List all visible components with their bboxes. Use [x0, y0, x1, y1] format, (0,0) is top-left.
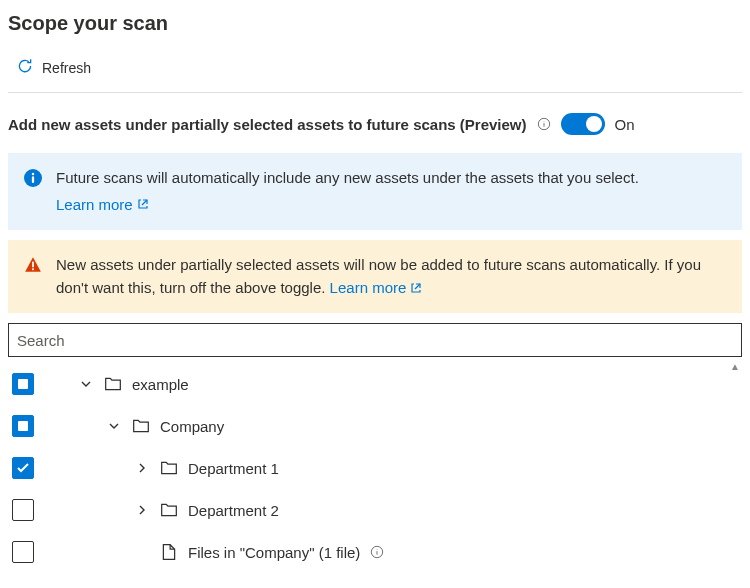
file-icon [160, 543, 178, 561]
scroll-up-arrow[interactable]: ▲ [730, 361, 740, 372]
chevron-down-icon[interactable] [106, 418, 122, 434]
svg-rect-6 [32, 268, 34, 270]
toggle-label: Add new assets under partially selected … [8, 116, 527, 133]
chevron-right-icon[interactable] [134, 460, 150, 476]
warning-banner: New assets under partially selected asse… [8, 240, 742, 313]
tree-row[interactable]: Department 2 [8, 489, 742, 531]
external-link-icon [137, 198, 149, 210]
folder-icon [160, 501, 178, 519]
chevron-right-icon[interactable] [134, 502, 150, 518]
info-icon [24, 169, 42, 190]
tree-row[interactable]: Files in "Company" (1 file) [8, 531, 742, 573]
info-banner: Future scans will automatically include … [8, 153, 742, 230]
external-link-icon [410, 282, 422, 294]
checkbox[interactable] [12, 373, 34, 395]
toggle-state: On [615, 116, 635, 133]
tree-node-label: Department 2 [188, 502, 279, 519]
svg-point-1 [543, 121, 544, 122]
folder-icon [132, 417, 150, 435]
refresh-button[interactable]: Refresh [14, 53, 93, 82]
info-icon[interactable] [537, 117, 551, 131]
refresh-icon [16, 57, 34, 78]
svg-rect-4 [32, 176, 34, 183]
tree-row[interactable]: example [8, 363, 742, 405]
checkbox[interactable] [12, 541, 34, 563]
info-banner-link[interactable]: Learn more [56, 194, 726, 217]
toolbar: Refresh [8, 53, 742, 93]
warning-icon [24, 256, 42, 277]
checkbox[interactable] [12, 457, 34, 479]
warning-banner-link[interactable]: Learn more [330, 277, 423, 300]
folder-icon [104, 375, 122, 393]
tree-node-label: Company [160, 418, 224, 435]
svg-rect-5 [32, 262, 34, 268]
tree-node-label: Files in "Company" (1 file) [188, 544, 360, 561]
search-input[interactable] [8, 323, 742, 357]
folder-icon [160, 459, 178, 477]
asset-tree: exampleCompanyDepartment 1Department 2Fi… [8, 363, 742, 573]
info-banner-text: Future scans will automatically include … [56, 169, 639, 186]
checkbox[interactable] [12, 415, 34, 437]
checkbox[interactable] [12, 499, 34, 521]
tree-row[interactable]: Department 1 [8, 447, 742, 489]
toggle-switch[interactable] [561, 113, 605, 135]
tree-row[interactable]: Company [8, 405, 742, 447]
svg-point-3 [32, 173, 34, 175]
info-icon[interactable] [370, 545, 384, 559]
svg-point-8 [377, 549, 378, 550]
page-title: Scope your scan [8, 12, 742, 35]
chevron-down-icon[interactable] [78, 376, 94, 392]
refresh-label: Refresh [42, 60, 91, 76]
toggle-row: Add new assets under partially selected … [8, 93, 742, 153]
tree-node-label: example [132, 376, 189, 393]
tree-node-label: Department 1 [188, 460, 279, 477]
